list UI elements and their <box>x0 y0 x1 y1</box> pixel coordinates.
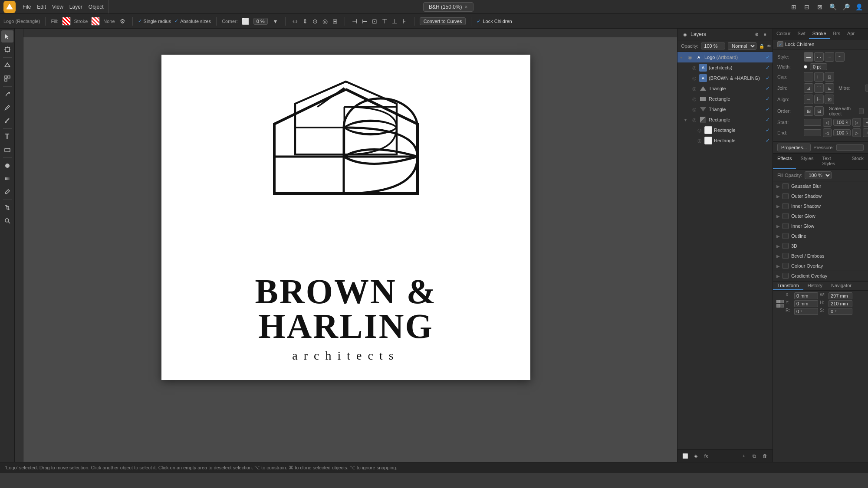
outline-expand[interactable]: ▶ <box>776 234 780 239</box>
effect-bevel-emboss[interactable]: ▶ Bevel / Emboss <box>773 251 868 261</box>
tab-text-styles[interactable]: Text Styles <box>818 154 847 169</box>
mode-btn2[interactable]: ⊟ <box>801 1 812 13</box>
gradient-tool[interactable] <box>1 173 13 185</box>
h-input[interactable] <box>829 300 852 307</box>
node-tool[interactable] <box>1 59 13 72</box>
tab-navigator[interactable]: Navigator <box>827 282 856 290</box>
bevel-emboss-expand[interactable]: ▶ <box>776 254 780 259</box>
opacity-input[interactable] <box>701 43 725 49</box>
align-left-btn[interactable]: ⊣ <box>350 17 359 26</box>
effect-outer-shadow[interactable]: ▶ Outer Shadow <box>773 191 868 201</box>
pen-tool[interactable] <box>1 88 13 101</box>
fill-swatch[interactable] <box>62 17 71 26</box>
canvas-area[interactable]: BROWN & HARLING architects <box>15 29 677 462</box>
colour-overlay-check[interactable] <box>783 263 789 269</box>
effect-gradient-overlay[interactable]: ▶ Gradient Overlay <box>773 271 868 281</box>
layer-item-brown[interactable]: ▾ ◎ A (BROWN & ÷HARLING) ✓ <box>677 73 773 83</box>
style-custom-btn[interactable]: ~ <box>835 52 845 62</box>
inner-glow-expand[interactable]: ▶ <box>776 224 780 229</box>
cap-round-btn[interactable]: ⊢ <box>814 72 824 82</box>
single-radius-check[interactable]: ✓ Single radius <box>138 18 171 24</box>
inner-glow-check[interactable] <box>783 223 789 229</box>
gradient-overlay-check[interactable] <box>783 273 789 279</box>
layer-item-tri1[interactable]: ▾ ◎ Triangle ✓ <box>677 83 773 94</box>
join-round-btn[interactable]: ⌒ <box>814 83 824 93</box>
align-right-btn[interactable]: ⊡ <box>370 17 379 26</box>
mode-btn3[interactable]: ⊠ <box>814 1 825 13</box>
flip-h-btn[interactable]: ⇔ <box>291 17 299 26</box>
bevel-emboss-check[interactable] <box>783 253 789 259</box>
cap-butt-btn[interactable]: ⊣ <box>804 72 813 82</box>
pencil-tool[interactable] <box>1 102 13 114</box>
lock-check-box[interactable]: ✓ <box>777 41 783 47</box>
tab-apr[interactable]: Apr <box>844 29 858 39</box>
gradient-overlay-expand[interactable]: ▶ <box>776 274 780 278</box>
blend-mode-select[interactable]: Normal <box>728 42 756 50</box>
join-bevel-btn[interactable]: ⊾ <box>825 83 834 93</box>
outer-shadow-expand[interactable]: ▶ <box>776 194 780 199</box>
layer-eye-brown[interactable]: ◎ <box>691 75 697 81</box>
lock-children-check[interactable]: ✓ Lock Children <box>477 18 512 24</box>
layer-item-tri2[interactable]: ▾ ◎ Triangle ✓ <box>677 104 773 115</box>
tab-brs[interactable]: Brs <box>830 29 844 39</box>
outline-check[interactable] <box>783 233 789 239</box>
start-add-btn[interactable]: + <box>863 118 868 127</box>
tab-colour[interactable]: Colour <box>773 29 794 39</box>
layer-menu[interactable]: Layer <box>67 3 85 11</box>
colour-overlay-expand[interactable]: ▶ <box>776 264 780 269</box>
style-dotted-btn[interactable]: ··· <box>825 52 834 62</box>
stroke-swatch[interactable] <box>91 17 100 26</box>
scale-check[interactable] <box>859 108 864 114</box>
align-center-btn[interactable]: ⊢ <box>360 17 369 26</box>
select-tool[interactable] <box>1 30 13 43</box>
layers-settings-btn[interactable]: ⚙ <box>753 30 760 38</box>
layers-menu-btn[interactable]: ≡ <box>761 30 769 38</box>
layer-eye-rect1[interactable]: ◎ <box>691 96 697 102</box>
layers-tb-mask-btn[interactable]: ⬜ <box>681 452 690 460</box>
layer-item-rect2[interactable]: ▾ ◎ Rectangle ✓ <box>677 115 773 125</box>
artboard-tool[interactable] <box>1 43 13 56</box>
start-next-btn[interactable]: ▷ <box>852 118 861 127</box>
3d-check[interactable] <box>783 243 789 249</box>
user-btn[interactable]: 👤 <box>853 1 865 13</box>
end-next-btn[interactable]: ▷ <box>852 128 861 137</box>
fill-tool[interactable] <box>1 160 13 172</box>
layer-eye-tri2[interactable]: ◎ <box>691 106 697 112</box>
effect-colour-overlay[interactable]: ▶ Colour Overlay <box>773 261 868 271</box>
layer-item-rect4[interactable]: ▾ ◎ Rectangle ✓ <box>677 135 773 146</box>
layers-collapse-btn[interactable]: ◉ <box>681 30 689 38</box>
outer-glow-expand[interactable]: ▶ <box>776 214 780 219</box>
align-outside-btn[interactable]: ⊡ <box>825 95 834 104</box>
corner-tool[interactable] <box>1 72 13 85</box>
layer-eye-artboard[interactable]: ◉ <box>687 54 693 60</box>
text-tool[interactable]: T <box>1 131 13 143</box>
corner-val[interactable]: 0 % <box>253 18 268 25</box>
eyedropper-tool[interactable] <box>1 186 13 198</box>
end-prev-btn[interactable]: ◁ <box>823 128 832 137</box>
crop-tool[interactable] <box>1 202 13 214</box>
join-miter-btn[interactable]: ⊿ <box>804 83 813 93</box>
layer-item-artboard[interactable]: ▾ ◉ A Logo (Artboard) ✓ <box>677 52 773 62</box>
layer-eye-rect2[interactable]: ◎ <box>691 117 697 123</box>
flip-v-btn[interactable]: ⇕ <box>301 17 309 26</box>
zoom-tool[interactable] <box>1 215 13 227</box>
convert-to-curves-btn[interactable]: Convert to Curves <box>420 17 466 25</box>
corner-type-btn[interactable]: ⬜ <box>241 17 250 26</box>
arrange-btn2[interactable]: ◎ <box>321 17 329 26</box>
zoom-out-btn[interactable]: 🔎 <box>840 1 852 13</box>
layers-tb-del-btn[interactable]: 🗑 <box>760 452 769 460</box>
mode-btn1[interactable]: ⊞ <box>788 1 799 13</box>
layers-eye-btn[interactable]: 👁 <box>767 42 771 50</box>
layers-tb-add-btn[interactable]: + <box>740 452 748 460</box>
tab-history[interactable]: History <box>803 282 827 290</box>
layer-item-rect3[interactable]: ▾ ◎ Rectangle ✓ <box>677 125 773 135</box>
arrange-btn1[interactable]: ⊙ <box>311 17 319 26</box>
layer-eye-rect3[interactable]: ◎ <box>697 127 703 133</box>
outer-shadow-check[interactable] <box>783 193 789 199</box>
tab-stock[interactable]: Stock <box>847 154 868 169</box>
mitre-input[interactable] <box>865 85 868 92</box>
layer-eye-rect4[interactable]: ◎ <box>697 138 703 144</box>
distribute-btn[interactable]: ⊞ <box>331 17 339 26</box>
align-center-btn[interactable]: ⊢ <box>814 95 824 104</box>
layers-lock-btn[interactable]: 🔒 <box>759 42 764 50</box>
